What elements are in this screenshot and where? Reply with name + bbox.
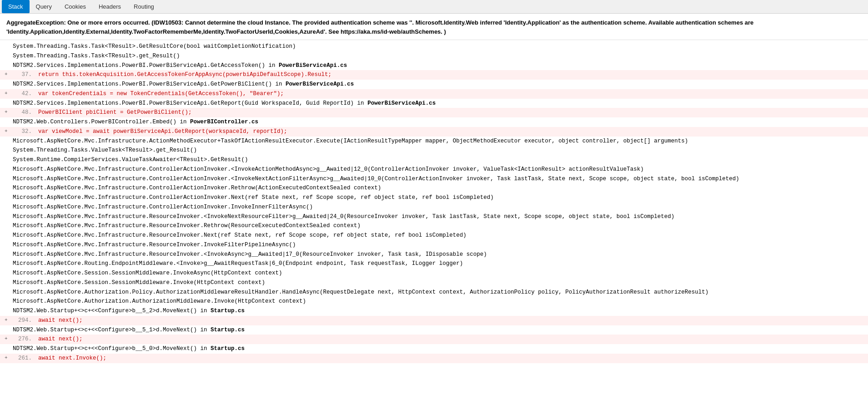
line-number: 48. xyxy=(13,108,32,117)
line-content: Microsoft.AspNetCore.Mvc.Infrastructure.… xyxy=(13,193,494,202)
line-content: 276.await next(); xyxy=(13,335,83,344)
trace-line: NDTSM2.Web.Controllers.PowerBIController… xyxy=(0,117,868,127)
normal-text: Microsoft.AspNetCore.Authorization.Autho… xyxy=(13,298,306,304)
line-content: Microsoft.AspNetCore.Mvc.Infrastructure.… xyxy=(13,231,467,240)
normal-text: NDTSM2.Services.Implementations.PowerBI.… xyxy=(13,100,367,107)
line-content: NDTSM2.Web.Startup+<>c+<<Configure>b__5_… xyxy=(13,307,245,315)
tab-query[interactable]: Query xyxy=(30,0,58,13)
bold-text: PowerBiServiceApi.cs xyxy=(367,100,436,107)
normal-text: Microsoft.AspNetCore.Mvc.Infrastructure.… xyxy=(13,185,381,191)
trace-line: Microsoft.AspNetCore.Session.SessionMidd… xyxy=(0,269,868,278)
bold-text: Startup.cs xyxy=(211,327,245,333)
line-number: 294. xyxy=(13,316,32,325)
line-content: Microsoft.AspNetCore.Authorization.Polic… xyxy=(13,288,708,297)
normal-text: System.Runtime.CompilerServices.ValueTas… xyxy=(13,157,248,163)
line-number: 37. xyxy=(13,71,32,79)
line-content: 42.var tokenCredentials = new TokenCrede… xyxy=(13,90,284,98)
normal-text: Microsoft.AspNetCore.Mvc.Infrastructure.… xyxy=(13,232,467,238)
line-content: 294.await next(); xyxy=(13,316,83,325)
normal-text: System.Threading.Tasks.ValueTask<TResult… xyxy=(13,147,197,153)
bold-text: PowerBiServiceApi.cs xyxy=(279,62,347,69)
line-content: 48.PowerBIClient pbiClient = GetPowerBiC… xyxy=(13,108,192,117)
line-content: Microsoft.AspNetCore.Mvc.Infrastructure.… xyxy=(13,137,688,146)
error-message: AggregateException: One or more errors o… xyxy=(0,14,868,40)
bold-text: PowerBiServiceApi.cs xyxy=(286,81,354,87)
expand-button[interactable]: + xyxy=(5,316,11,324)
normal-text: NDTSM2.Web.Controllers.PowerBIController… xyxy=(13,119,190,125)
trace-line: System.Threading.Tasks.Task<TResult>.Get… xyxy=(0,42,868,51)
line-content: System.Threading.Tasks.Task<TResult>.Get… xyxy=(13,42,296,51)
line-content: 37.return this.tokenAcquisition.GetAcces… xyxy=(13,71,331,79)
error-text: AggregateException: One or more errors o… xyxy=(6,19,753,35)
line-content: 32.var viewModel = await powerBiServiceA… xyxy=(13,127,287,136)
trace-line: NDTSM2.Web.Startup+<>c+<<Configure>b__5_… xyxy=(0,325,868,335)
trace-line: Microsoft.AspNetCore.Mvc.Infrastructure.… xyxy=(0,137,868,146)
line-content: System.Threading.Tasks.Task<TResult>.get… xyxy=(13,52,180,61)
line-number: 261. xyxy=(13,354,32,363)
line-content: NDTSM2.Web.Controllers.PowerBIController… xyxy=(13,118,258,127)
line-content: Microsoft.AspNetCore.Session.SessionMidd… xyxy=(13,269,282,278)
normal-text: Microsoft.AspNetCore.Mvc.Infrastructure.… xyxy=(13,176,739,182)
code-text: var tokenCredentials = new TokenCredenti… xyxy=(38,91,284,97)
line-content: Microsoft.AspNetCore.Mvc.Infrastructure.… xyxy=(13,165,644,174)
trace-line: NDTSM2.Services.Implementations.PowerBI.… xyxy=(0,80,868,89)
tab-headers[interactable]: Headers xyxy=(92,0,127,13)
line-content: Microsoft.AspNetCore.Mvc.Infrastructure.… xyxy=(13,203,313,212)
trace-line: Microsoft.AspNetCore.Mvc.Infrastructure.… xyxy=(0,183,868,193)
stack-trace: System.Threading.Tasks.Task<TResult>.Get… xyxy=(0,40,868,365)
code-text: await next.Invoke(); xyxy=(38,355,106,361)
line-content: System.Runtime.CompilerServices.ValueTas… xyxy=(13,156,248,164)
normal-text: Microsoft.AspNetCore.Mvc.Infrastructure.… xyxy=(13,213,674,220)
normal-text: NDTSM2.Web.Startup+<>c+<<Configure>b__5_… xyxy=(13,308,211,314)
trace-line: Microsoft.AspNetCore.Mvc.Infrastructure.… xyxy=(0,240,868,250)
expand-button[interactable]: + xyxy=(5,90,11,97)
line-number: 276. xyxy=(13,335,32,344)
expand-button[interactable]: + xyxy=(5,71,11,78)
trace-line: Microsoft.AspNetCore.Routing.EndpointMid… xyxy=(0,259,868,269)
line-content: Microsoft.AspNetCore.Session.SessionMidd… xyxy=(13,279,265,287)
trace-line: NDTSM2.Web.Startup+<>c+<<Configure>b__5_… xyxy=(0,344,868,354)
trace-line: System.Threading.Tasks.ValueTask<TResult… xyxy=(0,146,868,155)
line-content: NDTSM2.Web.Startup+<>c+<<Configure>b__5_… xyxy=(13,326,245,335)
trace-line: NDTSM2.Services.Implementations.PowerBI.… xyxy=(0,99,868,108)
line-content: Microsoft.AspNetCore.Mvc.Infrastructure.… xyxy=(13,175,739,183)
trace-line: Microsoft.AspNetCore.Mvc.Infrastructure.… xyxy=(0,193,868,203)
line-number: 32. xyxy=(13,127,32,136)
line-content: Microsoft.AspNetCore.Mvc.Infrastructure.… xyxy=(13,184,381,193)
normal-text: NDTSM2.Services.Implementations.PowerBI.… xyxy=(13,62,279,69)
bold-text: Startup.cs xyxy=(211,345,245,352)
expand-button[interactable]: + xyxy=(5,127,11,135)
line-number: 42. xyxy=(13,90,32,98)
normal-text: Microsoft.AspNetCore.Mvc.Infrastructure.… xyxy=(13,138,688,144)
trace-line: +42.var tokenCredentials = new TokenCred… xyxy=(0,89,868,99)
normal-text: Microsoft.AspNetCore.Authorization.Polic… xyxy=(13,289,708,295)
line-content: Microsoft.AspNetCore.Mvc.Infrastructure.… xyxy=(13,213,674,221)
trace-line: +276.await next(); xyxy=(0,335,868,344)
trace-line: Microsoft.AspNetCore.Session.SessionMidd… xyxy=(0,278,868,288)
trace-line: Microsoft.AspNetCore.Mvc.Infrastructure.… xyxy=(0,165,868,174)
line-content: Microsoft.AspNetCore.Mvc.Infrastructure.… xyxy=(13,222,361,230)
normal-text: NDTSM2.Web.Startup+<>c+<<Configure>b__5_… xyxy=(13,327,211,333)
trace-line: Microsoft.AspNetCore.Mvc.Infrastructure.… xyxy=(0,174,868,184)
line-content: Microsoft.AspNetCore.Authorization.Autho… xyxy=(13,297,306,306)
trace-line: +294.await next(); xyxy=(0,316,868,325)
expand-button[interactable]: + xyxy=(5,108,11,116)
line-content: NDTSM2.Services.Implementations.PowerBI.… xyxy=(13,80,354,89)
code-text: var viewModel = await powerBiServiceApi.… xyxy=(38,128,287,135)
expand-button[interactable]: + xyxy=(5,354,11,362)
normal-text: Microsoft.AspNetCore.Routing.EndpointMid… xyxy=(13,260,463,267)
trace-line: Microsoft.AspNetCore.Mvc.Infrastructure.… xyxy=(0,231,868,240)
trace-line: +261.await next.Invoke(); xyxy=(0,354,868,363)
tab-bar: StackQueryCookiesHeadersRouting xyxy=(0,0,868,14)
tab-cookies[interactable]: Cookies xyxy=(58,0,92,13)
normal-text: Microsoft.AspNetCore.Session.SessionMidd… xyxy=(13,279,265,286)
normal-text: Microsoft.AspNetCore.Mvc.Infrastructure.… xyxy=(13,166,644,173)
tab-stack[interactable]: Stack xyxy=(2,0,30,13)
line-content: NDTSM2.Services.Implementations.PowerBI.… xyxy=(13,61,347,70)
normal-text: Microsoft.AspNetCore.Mvc.Infrastructure.… xyxy=(13,194,494,201)
normal-text: Microsoft.AspNetCore.Mvc.Infrastructure.… xyxy=(13,204,313,210)
tab-routing[interactable]: Routing xyxy=(127,0,161,13)
normal-text: Microsoft.AspNetCore.Mvc.Infrastructure.… xyxy=(13,251,487,258)
trace-line: NDTSM2.Services.Implementations.PowerBI.… xyxy=(0,61,868,71)
expand-button[interactable]: + xyxy=(5,335,11,343)
